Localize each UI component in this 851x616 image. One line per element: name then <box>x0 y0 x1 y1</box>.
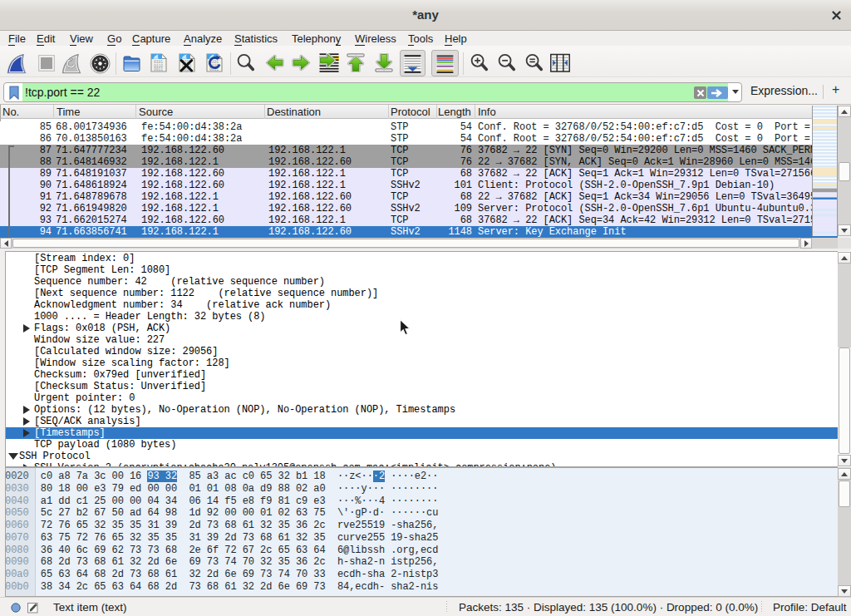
svg-text:0011: 0011 <box>154 67 163 71</box>
